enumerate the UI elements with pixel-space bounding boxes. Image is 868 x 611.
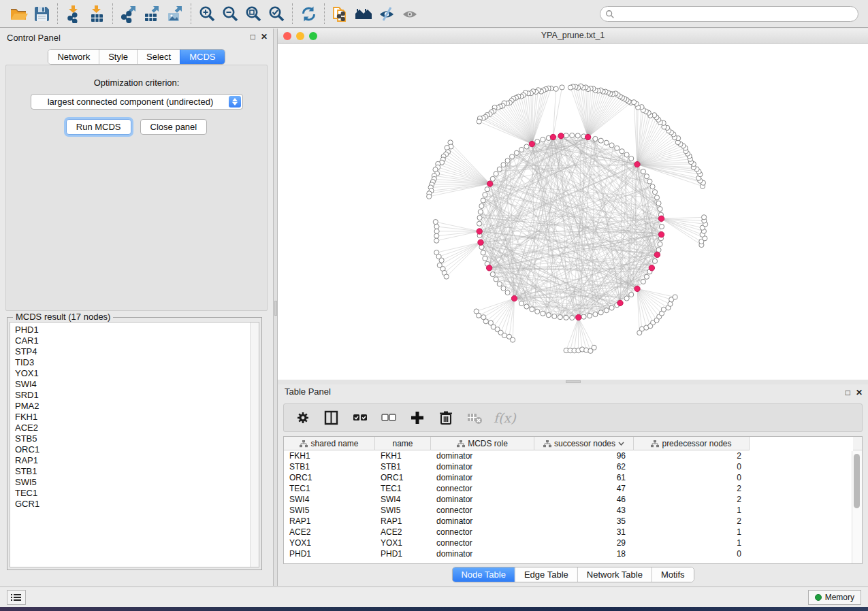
- select-all-icon[interactable]: [351, 408, 370, 427]
- close-panel-button-mcds[interactable]: Close panel: [140, 119, 208, 135]
- import-network-icon[interactable]: [62, 3, 85, 24]
- tab-mcds[interactable]: MCDS: [180, 50, 224, 64]
- mcds-result-item[interactable]: SWI4: [15, 379, 259, 390]
- optimization-criterion-select[interactable]: largest connected component (undirected): [31, 94, 243, 110]
- table-cell: 18: [534, 548, 634, 559]
- table-row[interactable]: ACE2ACE2connector311: [284, 527, 862, 538]
- mcds-result-item[interactable]: SWI5: [15, 477, 259, 488]
- column-header-MCDS-role[interactable]: MCDS role: [431, 437, 534, 450]
- mcds-result-item[interactable]: STP4: [15, 346, 259, 357]
- refresh-icon[interactable]: [297, 3, 320, 24]
- search-field: [600, 6, 858, 22]
- mcds-result-item[interactable]: STB1: [15, 466, 259, 477]
- float-panel-button[interactable]: □: [251, 33, 255, 41]
- table-row[interactable]: TEC1TEC1connector472: [284, 483, 862, 494]
- toolbar-separator: [191, 3, 191, 24]
- table-cell: [750, 494, 853, 505]
- column-label: name: [392, 439, 413, 448]
- table-cell: 2: [634, 483, 750, 494]
- column-header-successor-nodes[interactable]: successor nodes: [534, 437, 634, 450]
- tab-select[interactable]: Select: [137, 50, 180, 64]
- deselect-all-icon[interactable]: [379, 408, 398, 427]
- mcds-result-item[interactable]: PMA2: [15, 401, 259, 412]
- open-folder-icon[interactable]: [7, 3, 30, 24]
- export-network-icon[interactable]: [117, 3, 140, 24]
- table-row[interactable]: PHD1PHD1dominator180: [284, 548, 862, 559]
- table-cell: connector: [431, 527, 534, 538]
- horizontal-splitter-handle[interactable]: [566, 380, 581, 383]
- table-row[interactable]: ORC1ORC1dominator610: [284, 472, 862, 483]
- minimize-window-icon[interactable]: [296, 32, 304, 40]
- tab-edge-table[interactable]: Edge Table: [515, 567, 577, 582]
- table-row[interactable]: SWI5SWI5connector431: [284, 505, 862, 516]
- table-row[interactable]: FKH1FKH1dominator962: [284, 450, 862, 461]
- zoom-out-icon[interactable]: [219, 3, 242, 24]
- eye-icon: [398, 3, 421, 24]
- table-row[interactable]: YOX1YOX1connector291: [284, 538, 862, 548]
- status-bar: Memory: [0, 587, 868, 607]
- mcds-result-item[interactable]: SRD1: [15, 390, 259, 401]
- tab-network[interactable]: Network: [48, 50, 99, 64]
- table-cell: 29: [534, 538, 634, 548]
- horizontal-splitter[interactable]: [278, 380, 868, 384]
- table-cell: dominator: [431, 472, 534, 483]
- houses-icon[interactable]: [352, 3, 375, 24]
- delete-column-icon: [465, 408, 484, 427]
- vertical-splitter-handle[interactable]: [274, 301, 277, 316]
- export-image-icon[interactable]: [163, 3, 187, 24]
- run-mcds-button[interactable]: Run MCDS: [66, 119, 131, 135]
- mcds-result-item[interactable]: ORC1: [15, 444, 259, 455]
- tab-motifs[interactable]: Motifs: [652, 567, 694, 582]
- mcds-list-scrollbar[interactable]: [250, 323, 259, 567]
- float-table-panel-button[interactable]: □: [846, 389, 850, 397]
- mcds-result-list: PHD1CAR1STP4TID3YOX1SWI4SRD1PMA2FKH1ACE2…: [10, 322, 259, 567]
- table-row[interactable]: STB1STB1dominator620: [284, 461, 862, 472]
- table-scrollbar[interactable]: [852, 451, 862, 563]
- task-history-button[interactable]: [7, 590, 26, 605]
- table-scrollbar-thumb[interactable]: [854, 454, 860, 508]
- documents-share-icon[interactable]: [329, 3, 352, 24]
- save-icon[interactable]: [30, 3, 53, 24]
- zoom-in-icon[interactable]: [195, 3, 219, 24]
- delete-row-icon[interactable]: [436, 408, 455, 427]
- table-cell: dominator: [431, 516, 534, 527]
- column-header-predecessor-nodes[interactable]: predecessor nodes: [634, 437, 750, 450]
- memory-button[interactable]: Memory: [808, 590, 861, 605]
- vertical-splitter[interactable]: [273, 29, 278, 586]
- mcds-result-item[interactable]: TID3: [15, 357, 259, 368]
- close-window-icon[interactable]: [283, 32, 291, 40]
- export-table-icon[interactable]: [140, 3, 163, 24]
- zoom-selected-icon[interactable]: [265, 3, 288, 24]
- zoom-fit-icon[interactable]: [242, 3, 265, 24]
- table-cell: [750, 527, 853, 538]
- maximize-window-icon[interactable]: [309, 32, 317, 40]
- column-header-name[interactable]: name: [375, 437, 431, 450]
- column-header-shared-name[interactable]: shared name: [284, 437, 375, 450]
- table-row[interactable]: SWI4SWI4dominator462: [284, 494, 862, 505]
- mcds-result-item[interactable]: ACE2: [15, 423, 259, 433]
- mcds-result-item[interactable]: YOX1: [15, 368, 259, 379]
- columns-icon[interactable]: [322, 408, 341, 427]
- mcds-result-item[interactable]: PHD1: [15, 325, 259, 335]
- close-panel-button[interactable]: ✕: [261, 33, 268, 41]
- mcds-result-item[interactable]: RAP1: [15, 455, 259, 466]
- close-table-panel-button[interactable]: ✕: [856, 389, 863, 397]
- tab-network-table[interactable]: Network Table: [577, 567, 652, 582]
- table-cell: 31: [534, 527, 634, 538]
- settings-gear-icon[interactable]: [293, 408, 312, 427]
- eye-slash-icon[interactable]: [375, 3, 398, 24]
- table-row[interactable]: RAP1RAP1dominator352: [284, 516, 862, 527]
- mcds-result-item[interactable]: STB5: [15, 433, 259, 444]
- mcds-result-item[interactable]: CAR1: [15, 335, 259, 346]
- mcds-result-item[interactable]: GCR1: [15, 499, 259, 510]
- network-canvas[interactable]: [278, 44, 868, 380]
- column-type-icon: [300, 440, 308, 448]
- function-builder-icon[interactable]: f(x): [494, 410, 516, 425]
- tab-style[interactable]: Style: [99, 50, 137, 64]
- import-table-icon[interactable]: [85, 3, 108, 24]
- search-input[interactable]: [615, 10, 858, 19]
- add-row-icon[interactable]: [408, 408, 427, 427]
- mcds-result-item[interactable]: FKH1: [15, 412, 259, 423]
- mcds-result-item[interactable]: TEC1: [15, 488, 259, 499]
- tab-node-table[interactable]: Node Table: [452, 567, 515, 582]
